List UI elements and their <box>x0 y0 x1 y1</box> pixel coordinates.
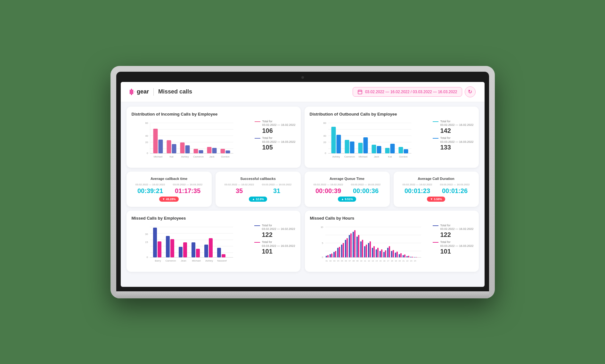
svg-text:09: 09 <box>356 260 358 262</box>
svg-rect-81 <box>221 254 225 257</box>
svg-rect-52 <box>390 144 395 153</box>
missed-legend2-value: 101 <box>262 248 295 255</box>
stats-row: Average callback time 03.02.2022 — 16.02… <box>127 172 479 207</box>
avg-queue-period1-label: 03.02.2022 — 16.02.2022 <box>314 183 343 186</box>
svg-rect-123 <box>377 248 378 257</box>
avg-callback-period1: 03.02.2022 — 16.02.2022 00:39:21 <box>135 183 165 195</box>
svg-text:03: 03 <box>333 260 335 262</box>
svg-text:Nasseef: Nasseef <box>217 259 227 262</box>
svg-rect-43 <box>331 127 336 153</box>
missed-employees-title: Missed Calls by Employees <box>132 216 295 221</box>
svg-text:40: 40 <box>323 134 326 137</box>
svg-rect-101 <box>335 251 336 257</box>
legend-line-blue <box>255 138 260 139</box>
svg-rect-70 <box>153 228 157 257</box>
successful-callbacks-period2-value: 31 <box>262 187 292 195</box>
svg-rect-130 <box>391 251 392 257</box>
svg-text:0: 0 <box>146 256 148 259</box>
svg-rect-125 <box>381 249 382 257</box>
svg-text:01: 01 <box>325 260 328 262</box>
avg-duration-period1: 03.02.2022 — 16.02.2022 00:01:23 <box>403 183 432 195</box>
svg-text:Jack: Jack <box>374 155 379 158</box>
successful-callbacks-period2-label: 03.03.2022 — 16.03.2022 <box>262 183 292 186</box>
svg-rect-45 <box>345 140 349 153</box>
svg-text:60: 60 <box>145 122 148 125</box>
svg-text:16: 16 <box>383 260 385 262</box>
page-title: Missed calls <box>158 88 192 95</box>
svg-text:Michael: Michael <box>153 155 162 158</box>
svg-rect-44 <box>336 135 341 153</box>
outbound-legend-line-blue <box>433 138 438 139</box>
top-bar: ● gear Missed calls 03.02.2022 — 16.02.2… <box>121 82 485 102</box>
svg-rect-138 <box>406 256 407 257</box>
svg-text:08: 08 <box>352 260 355 262</box>
svg-text:Kat: Kat <box>388 155 392 158</box>
avg-callback-period1-label: 03.02.2022 — 16.02.2022 <box>135 183 165 186</box>
outbound-legend1-value: 142 <box>440 127 473 134</box>
logo-bar-2 <box>131 89 132 95</box>
missed-employees-card: Missed Calls by Employees <box>127 211 300 272</box>
svg-rect-127 <box>385 250 386 257</box>
logo-text: gear <box>137 88 149 95</box>
svg-rect-121 <box>373 246 374 257</box>
svg-text:10: 10 <box>360 260 362 262</box>
svg-text:40: 40 <box>145 134 148 137</box>
logo-bar-3 <box>132 90 133 94</box>
logo-bar-1 <box>130 90 131 94</box>
svg-rect-21 <box>193 149 198 153</box>
missed-hours-card: Missed Calls by Hours 10 <box>305 211 479 272</box>
svg-text:Gordon: Gordon <box>399 155 408 158</box>
svg-rect-72 <box>166 236 169 257</box>
svg-rect-15 <box>153 129 158 153</box>
refresh-button[interactable]: ↻ <box>465 86 476 97</box>
outbound-legend2-value: 133 <box>440 144 473 151</box>
svg-text:Michael: Michael <box>358 155 367 158</box>
svg-rect-108 <box>348 235 350 257</box>
svg-rect-117 <box>365 245 367 257</box>
bottom-charts-row: Missed Calls by Employees <box>127 211 479 272</box>
missed-hours-chart: 10 5 0 <box>310 224 430 265</box>
svg-text:Michael: Michael <box>192 259 201 262</box>
missed-employees-legend: Total for03.02.2022 — 16.02.2022 122 Tot… <box>254 224 295 257</box>
logo-area: ● gear Missed calls <box>130 88 192 96</box>
incoming-calls-chart: 60 40 20 0 <box>132 120 252 161</box>
svg-text:15: 15 <box>145 241 148 244</box>
svg-rect-111 <box>354 230 355 257</box>
incoming-legend1-label: Total for03.02.2022 — 16.02.2022 <box>262 120 295 127</box>
svg-rect-134 <box>398 254 400 257</box>
svg-rect-142 <box>414 257 415 257</box>
svg-rect-26 <box>225 150 230 153</box>
svg-rect-112 <box>356 237 357 257</box>
date-range-button[interactable]: 03.02.2022 — 16.02.2022 / 03.03.2022 — 1… <box>353 87 462 97</box>
svg-rect-128 <box>387 248 388 257</box>
svg-rect-46 <box>350 142 354 153</box>
logo: ● gear <box>130 88 149 95</box>
svg-text:19: 19 <box>395 260 397 262</box>
avg-queue-period2-label: 03.03.2022 — 16.03.2022 <box>351 183 381 186</box>
svg-rect-107 <box>346 238 347 257</box>
successful-callbacks-period2: 03.03.2022 — 16.03.2022 31 <box>262 183 292 195</box>
outbound-legend-line-teal <box>433 121 438 122</box>
svg-text:21: 21 <box>402 260 405 262</box>
svg-rect-51 <box>385 148 389 153</box>
outbound-calls-card: Distribution of Outbound Calls by Employ… <box>305 107 479 168</box>
incoming-legend2-label: Total for03.03.2022 — 16.03.2022 <box>262 136 295 144</box>
svg-rect-24 <box>212 148 217 153</box>
date-range-text: 03.02.2022 — 16.02.2022 / 03.03.2022 — 1… <box>365 90 457 94</box>
svg-rect-54 <box>404 149 408 153</box>
svg-rect-53 <box>398 147 403 153</box>
svg-rect-137 <box>404 255 405 257</box>
svg-rect-19 <box>180 142 184 153</box>
svg-rect-140 <box>410 257 411 257</box>
missed-hours-legend2-label: Total for03.03.2022 — 16.03.2022 <box>440 240 473 248</box>
svg-rect-129 <box>388 246 390 257</box>
svg-rect-133 <box>396 252 397 257</box>
svg-rect-139 <box>408 256 409 257</box>
svg-rect-80 <box>217 248 221 257</box>
svg-rect-49 <box>372 145 376 153</box>
svg-text:10: 10 <box>321 226 323 228</box>
svg-rect-119 <box>369 241 371 257</box>
svg-rect-124 <box>379 251 380 257</box>
svg-rect-141 <box>412 257 413 257</box>
avg-duration-badge: ▼ 3.58% <box>427 197 445 202</box>
